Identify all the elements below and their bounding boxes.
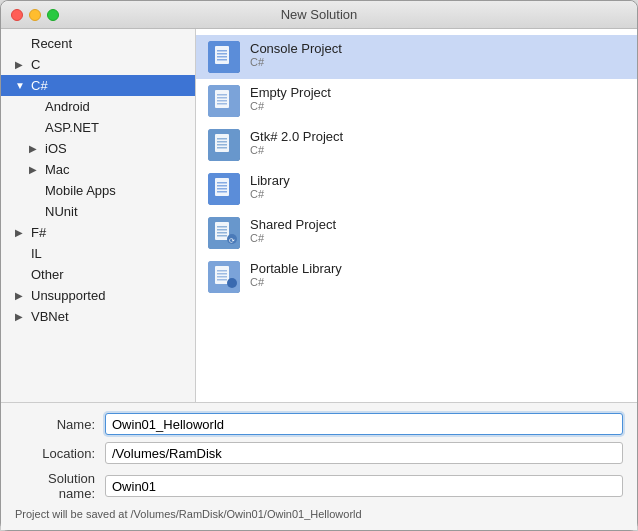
window-controls — [11, 9, 59, 21]
svg-rect-16 — [217, 144, 227, 146]
svg-rect-2 — [217, 50, 227, 52]
project-info-console: Console ProjectC# — [250, 41, 342, 68]
project-item-library[interactable]: LibraryC# — [196, 167, 637, 211]
sidebar-item-csharp[interactable]: ▼C# — [1, 75, 195, 96]
svg-rect-25 — [215, 222, 229, 240]
arrow-icon: ▶ — [15, 59, 27, 70]
project-icon-shared: ⟳ — [208, 217, 240, 249]
svg-rect-22 — [217, 188, 227, 190]
sidebar-item-label: Mobile Apps — [45, 183, 116, 198]
sidebar: Recent▶C▼C#AndroidASP.NET▶iOS▶MacMobile … — [1, 29, 196, 402]
close-button[interactable] — [11, 9, 23, 21]
sidebar-item-other[interactable]: Other — [1, 264, 195, 285]
arrow-icon: ▶ — [15, 227, 27, 238]
sidebar-item-label: Unsupported — [31, 288, 105, 303]
titlebar: New Solution — [1, 1, 637, 29]
svg-rect-14 — [217, 138, 227, 140]
project-info-library: LibraryC# — [250, 173, 290, 200]
project-info-portable: Portable LibraryC# — [250, 261, 342, 288]
svg-point-38 — [227, 278, 237, 288]
project-name-library: Library — [250, 173, 290, 188]
svg-rect-27 — [217, 229, 227, 231]
project-item-shared[interactable]: ⟳Shared ProjectC# — [196, 211, 637, 255]
arrow-icon: ▶ — [15, 290, 27, 301]
sidebar-item-android[interactable]: Android — [1, 96, 195, 117]
project-name-gtk: Gtk# 2.0 Project — [250, 129, 343, 144]
location-input[interactable] — [105, 442, 623, 464]
arrow-icon: ▼ — [15, 80, 27, 91]
sidebar-item-label: Mac — [45, 162, 70, 177]
solution-label: Solution name: — [15, 471, 105, 501]
svg-rect-28 — [217, 232, 227, 234]
project-name-portable: Portable Library — [250, 261, 342, 276]
svg-rect-7 — [215, 90, 229, 108]
name-row: Name: — [15, 413, 623, 435]
project-item-console[interactable]: Console ProjectC# — [196, 35, 637, 79]
sidebar-item-nunit[interactable]: NUnit — [1, 201, 195, 222]
location-row: Location: — [15, 442, 623, 464]
sidebar-item-il[interactable]: IL — [1, 243, 195, 264]
sidebar-item-vbnet[interactable]: ▶VBNet — [1, 306, 195, 327]
sidebar-item-ios[interactable]: ▶iOS — [1, 138, 195, 159]
svg-rect-35 — [217, 273, 227, 275]
svg-rect-4 — [217, 56, 227, 58]
sidebar-item-recent[interactable]: Recent — [1, 33, 195, 54]
project-subtitle-shared: C# — [250, 232, 336, 244]
svg-rect-29 — [217, 235, 227, 237]
sidebar-item-label: Recent — [31, 36, 72, 51]
sidebar-item-label: IL — [31, 246, 42, 261]
svg-rect-21 — [217, 185, 227, 187]
svg-rect-8 — [217, 94, 227, 96]
project-subtitle-portable: C# — [250, 276, 342, 288]
sidebar-item-label: C — [31, 57, 40, 72]
solution-row: Solution name: — [15, 471, 623, 501]
project-name-console: Console Project — [250, 41, 342, 56]
project-subtitle-library: C# — [250, 188, 290, 200]
svg-rect-26 — [217, 226, 227, 228]
arrow-icon: ▶ — [29, 143, 41, 154]
svg-rect-36 — [217, 276, 227, 278]
project-subtitle-gtk: C# — [250, 144, 343, 156]
project-info-shared: Shared ProjectC# — [250, 217, 336, 244]
content-area: Recent▶C▼C#AndroidASP.NET▶iOS▶MacMobile … — [1, 29, 637, 402]
project-item-empty[interactable]: Empty ProjectC# — [196, 79, 637, 123]
sidebar-item-unsupported[interactable]: ▶Unsupported — [1, 285, 195, 306]
arrow-icon: ▶ — [15, 311, 27, 322]
sidebar-item-mac[interactable]: ▶Mac — [1, 159, 195, 180]
svg-rect-33 — [215, 266, 229, 284]
sidebar-item-label: VBNet — [31, 309, 69, 324]
project-icon-gtk — [208, 129, 240, 161]
sidebar-item-label: F# — [31, 225, 46, 240]
project-info-gtk: Gtk# 2.0 ProjectC# — [250, 129, 343, 156]
name-label: Name: — [15, 417, 105, 432]
sidebar-item-mobileapps[interactable]: Mobile Apps — [1, 180, 195, 201]
bottom-panel: Name: Location: Solution name: Project w… — [1, 402, 637, 530]
solution-input[interactable] — [105, 475, 623, 497]
sidebar-item-fsharp[interactable]: ▶F# — [1, 222, 195, 243]
svg-rect-13 — [215, 134, 229, 152]
project-name-empty: Empty Project — [250, 85, 331, 100]
svg-rect-23 — [217, 191, 227, 193]
project-name-shared: Shared Project — [250, 217, 336, 232]
sidebar-item-label: Android — [45, 99, 90, 114]
sidebar-item-label: NUnit — [45, 204, 78, 219]
name-input[interactable] — [105, 413, 623, 435]
new-solution-window: New Solution Recent▶C▼C#AndroidASP.NET▶i… — [0, 0, 638, 531]
project-item-gtk[interactable]: Gtk# 2.0 ProjectC# — [196, 123, 637, 167]
project-list: Console ProjectC#Empty ProjectC#Gtk# 2.0… — [196, 29, 637, 402]
arrow-icon: ▶ — [29, 164, 41, 175]
sidebar-item-aspnet[interactable]: ASP.NET — [1, 117, 195, 138]
sidebar-item-label: ASP.NET — [45, 120, 99, 135]
sidebar-item-c[interactable]: ▶C — [1, 54, 195, 75]
svg-rect-37 — [217, 279, 227, 281]
svg-rect-3 — [217, 53, 227, 55]
save-note: Project will be saved at /Volumes/RamDis… — [15, 508, 623, 520]
svg-rect-15 — [217, 141, 227, 143]
maximize-button[interactable] — [47, 9, 59, 21]
minimize-button[interactable] — [29, 9, 41, 21]
project-icon-portable — [208, 261, 240, 293]
project-item-portable[interactable]: Portable LibraryC# — [196, 255, 637, 299]
sidebar-item-label: iOS — [45, 141, 67, 156]
svg-rect-11 — [217, 103, 227, 105]
svg-rect-34 — [217, 270, 227, 272]
